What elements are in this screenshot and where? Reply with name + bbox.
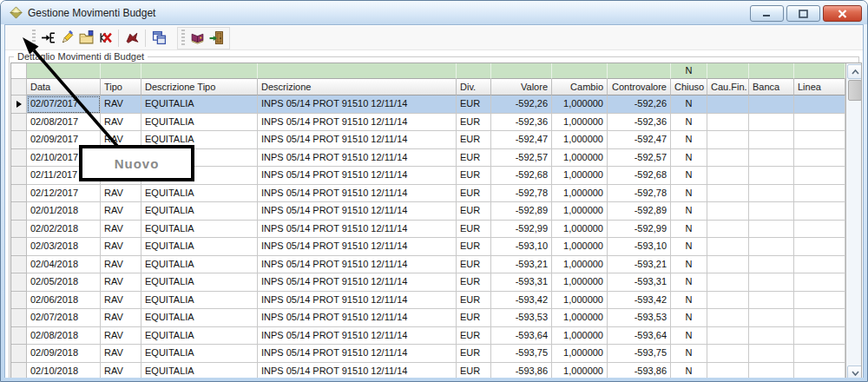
- cell[interactable]: [794, 221, 845, 239]
- cell[interactable]: INPS 05/14 PROT 91510 12/11/14: [258, 149, 457, 168]
- column-header[interactable]: Tipo: [101, 79, 141, 96]
- cell[interactable]: [707, 96, 749, 114]
- cell[interactable]: EQUITALIA: [141, 185, 258, 203]
- cell[interactable]: INPS 05/14 PROT 91510 12/11/14: [258, 114, 457, 132]
- cell[interactable]: INPS 05/14 PROT 91510 12/11/14: [258, 345, 457, 363]
- cell[interactable]: 1,000000: [552, 221, 608, 239]
- cell[interactable]: EUR: [457, 185, 491, 203]
- row-selector[interactable]: [11, 273, 27, 292]
- cell[interactable]: [707, 327, 749, 346]
- cell[interactable]: -592,89: [608, 202, 671, 221]
- cell[interactable]: [794, 309, 845, 327]
- cell[interactable]: -592,78: [491, 185, 552, 203]
- vertical-scrollbar[interactable]: [845, 63, 862, 378]
- cell[interactable]: 02/01/2018: [27, 202, 101, 221]
- cell[interactable]: N: [671, 238, 707, 256]
- cell[interactable]: N: [671, 63, 707, 79]
- cell[interactable]: -593,31: [608, 273, 671, 292]
- cell[interactable]: 02/09/2018: [27, 345, 101, 363]
- cell[interactable]: [707, 114, 749, 132]
- cell[interactable]: EQUITALIA: [141, 327, 258, 346]
- cell[interactable]: 02/05/2018: [27, 273, 101, 292]
- cell[interactable]: [707, 256, 749, 274]
- row-selector[interactable]: [11, 256, 27, 274]
- exit-button[interactable]: [207, 29, 226, 48]
- cell[interactable]: [794, 114, 845, 132]
- cell[interactable]: EQUITALIA: [141, 221, 258, 239]
- column-header[interactable]: Valore: [491, 79, 552, 96]
- table-row[interactable]: 02/08/2018RAVEQUITALIAINPS 05/14 PROT 91…: [11, 327, 845, 346]
- row-selector[interactable]: [11, 309, 27, 327]
- cell[interactable]: -592,68: [491, 167, 552, 185]
- cell[interactable]: -592,36: [491, 114, 552, 132]
- row-selector[interactable]: [11, 202, 27, 221]
- cell[interactable]: EQUITALIA: [141, 363, 258, 379]
- maximize-button[interactable]: [786, 5, 820, 22]
- edit-button[interactable]: [57, 29, 76, 48]
- cell[interactable]: 1,000000: [552, 309, 608, 327]
- cell[interactable]: -592,47: [491, 131, 552, 149]
- scroll-down-button[interactable]: [847, 366, 862, 378]
- cell[interactable]: -593,86: [491, 363, 552, 379]
- cell[interactable]: [794, 185, 845, 203]
- cell[interactable]: 02/07/2017: [27, 96, 101, 114]
- row-selector[interactable]: [11, 149, 27, 168]
- cell[interactable]: [749, 238, 794, 256]
- cell[interactable]: 1,000000: [552, 114, 608, 132]
- cell[interactable]: [707, 167, 749, 185]
- cell[interactable]: [707, 185, 749, 203]
- new-record-button[interactable]: [38, 29, 57, 48]
- cell[interactable]: 02/10/2018: [27, 363, 101, 379]
- cell[interactable]: [749, 256, 794, 274]
- cell[interactable]: N: [671, 96, 707, 114]
- cell[interactable]: 02/04/2018: [27, 256, 101, 274]
- table-row[interactable]: 02/06/2018RAVEQUITALIAINPS 05/14 PROT 91…: [11, 292, 845, 310]
- cell[interactable]: [749, 327, 794, 346]
- cell[interactable]: [749, 185, 794, 203]
- minimize-button[interactable]: [750, 5, 784, 22]
- cell[interactable]: EUR: [457, 273, 491, 292]
- cell[interactable]: N: [671, 327, 707, 346]
- cell[interactable]: INPS 05/14 PROT 91510 12/11/14: [258, 363, 457, 379]
- cell[interactable]: RAV: [101, 292, 141, 310]
- cell[interactable]: RAV: [101, 185, 141, 203]
- row-selector[interactable]: [11, 167, 27, 185]
- cell[interactable]: -592,68: [608, 167, 671, 185]
- cell[interactable]: [794, 202, 845, 221]
- cell[interactable]: INPS 05/14 PROT 91510 12/11/14: [258, 327, 457, 346]
- row-selector[interactable]: [11, 292, 27, 310]
- row-selector[interactable]: [11, 238, 27, 256]
- cell[interactable]: 1,000000: [552, 345, 608, 363]
- cell[interactable]: -592,89: [491, 202, 552, 221]
- cell[interactable]: N: [671, 221, 707, 239]
- cell[interactable]: [749, 96, 794, 114]
- cell[interactable]: -593,31: [491, 273, 552, 292]
- cell[interactable]: INPS 05/14 PROT 91510 12/11/14: [258, 96, 457, 114]
- cell[interactable]: [794, 96, 845, 114]
- cell[interactable]: -593,75: [491, 345, 552, 363]
- cell[interactable]: 1,000000: [552, 238, 608, 256]
- cell[interactable]: N: [671, 114, 707, 132]
- cell[interactable]: EQUITALIA: [141, 292, 258, 310]
- cell[interactable]: -592,78: [608, 185, 671, 203]
- cell[interactable]: RAV: [101, 327, 141, 346]
- cell[interactable]: RAV: [101, 202, 141, 221]
- cell[interactable]: EQUITALIA: [141, 114, 258, 132]
- cell[interactable]: -592,99: [491, 221, 552, 239]
- column-header[interactable]: Cau.Fin.: [707, 79, 749, 96]
- cell[interactable]: [794, 256, 845, 274]
- row-selector[interactable]: [11, 63, 27, 79]
- column-header[interactable]: Controvalore: [608, 79, 671, 96]
- cell[interactable]: [749, 309, 794, 327]
- cell[interactable]: [707, 149, 749, 168]
- table-row[interactable]: 02/08/2017RAVEQUITALIAINPS 05/14 PROT 91…: [11, 114, 845, 132]
- cell[interactable]: [707, 131, 749, 149]
- cell[interactable]: N: [671, 149, 707, 168]
- column-header[interactable]: Descrizione: [258, 79, 457, 96]
- cell[interactable]: -592,47: [608, 131, 671, 149]
- cell[interactable]: [749, 292, 794, 310]
- cell[interactable]: [141, 63, 258, 79]
- cell[interactable]: N: [671, 273, 707, 292]
- column-header[interactable]: Cambio: [552, 79, 608, 96]
- cell[interactable]: [707, 273, 749, 292]
